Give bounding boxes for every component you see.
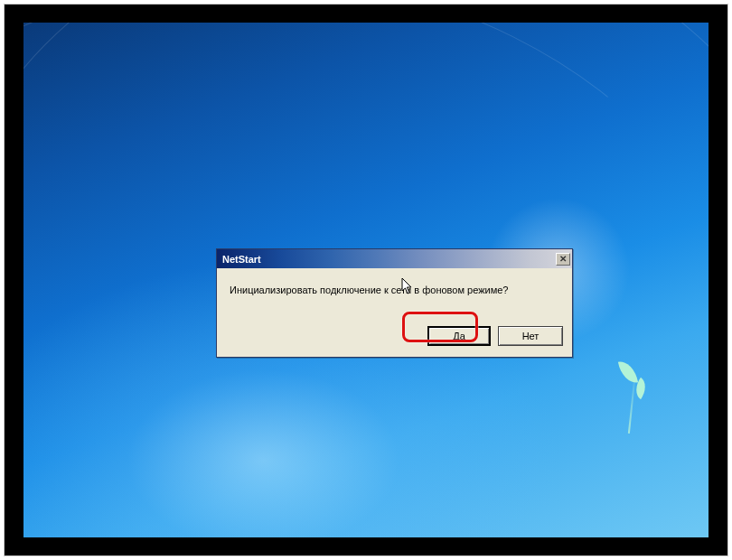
screenshot-frame: NetStart ✕ Инициализировать подключение …: [4, 4, 728, 556]
no-button[interactable]: Нет: [498, 326, 563, 346]
message-dialog: NetStart ✕ Инициализировать подключение …: [216, 248, 573, 358]
close-icon: ✕: [559, 254, 567, 264]
dialog-button-row: Да Нет: [217, 321, 572, 357]
dialog-message: Инициализировать подключение к сети в фо…: [230, 285, 559, 313]
dialog-body: Инициализировать подключение к сети в фо…: [217, 268, 572, 321]
dialog-title: NetStart: [222, 254, 261, 265]
yes-button[interactable]: Да: [427, 326, 491, 346]
desktop-wallpaper: NetStart ✕ Инициализировать подключение …: [23, 23, 709, 537]
close-button[interactable]: ✕: [556, 253, 570, 266]
dialog-titlebar[interactable]: NetStart ✕: [217, 249, 572, 268]
